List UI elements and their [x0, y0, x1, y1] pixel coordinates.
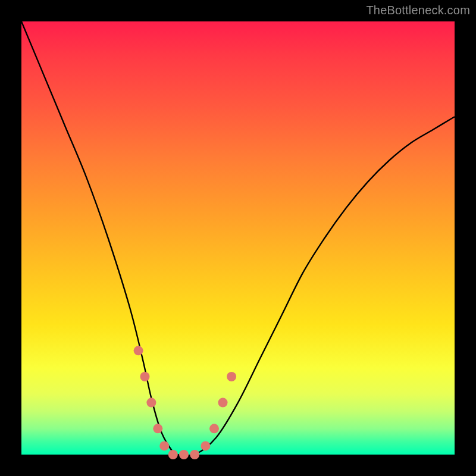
curve-marker	[218, 398, 228, 408]
curve-marker	[190, 450, 199, 459]
curve-marker	[153, 424, 162, 433]
plot-area	[21, 21, 455, 455]
curve-marker	[209, 424, 219, 433]
watermark-label: TheBottleneck.com	[366, 4, 470, 17]
marker-group	[134, 346, 237, 459]
curve-marker	[146, 398, 156, 408]
curve-marker	[179, 450, 189, 459]
curve-marker	[134, 346, 143, 355]
curve-marker	[227, 372, 236, 381]
curve-marker	[201, 441, 210, 450]
chart-frame: TheBottleneck.com	[0, 0, 476, 476]
curve-marker	[140, 372, 150, 381]
curve-marker	[159, 441, 169, 450]
bottleneck-curve	[21, 21, 455, 456]
curve-svg	[21, 21, 455, 455]
curve-marker	[168, 450, 178, 459]
